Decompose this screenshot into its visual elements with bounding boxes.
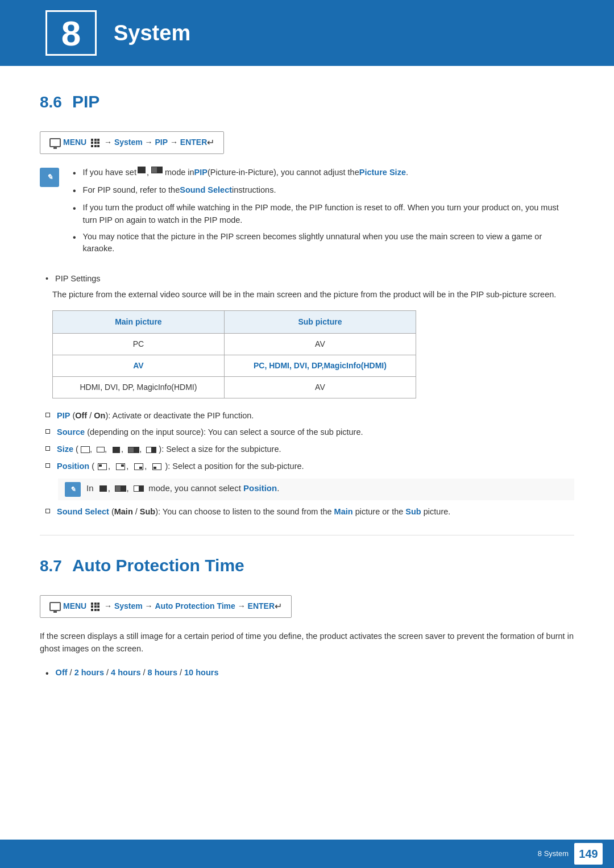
apt-options-list: Off / 2 hours / 4 hours / 8 hours / 10 h… xyxy=(40,667,574,680)
pip-settings-label: PIP Settings xyxy=(40,273,574,285)
position-icon-br xyxy=(134,463,143,470)
section-apt-heading: 8.7 Auto Protection Time xyxy=(40,553,574,578)
pip-feature-sound: Sound Select (Main / Sub): You can choos… xyxy=(40,506,574,518)
pip-note-3: If you turn the product off while watchi… xyxy=(67,202,574,227)
monitor-icon xyxy=(49,138,61,147)
table-header-sub: Sub picture xyxy=(224,310,416,333)
pip-note-box: ✎ If you have set , mode in PIP (Picture… xyxy=(40,167,574,267)
table-header-main: Main picture xyxy=(53,310,225,333)
page-footer: 8 System 149 xyxy=(0,840,614,868)
note-icon: ✎ xyxy=(40,168,59,187)
position-icon-bl xyxy=(152,463,161,470)
sound-select-list: Sound Select (Main / Sub): You can choos… xyxy=(40,506,574,518)
inner-note-icon: ✎ xyxy=(65,482,81,497)
table-cell: HDMI, DVI, DP, MagicInfo(HDMI) xyxy=(53,376,225,398)
table-row: HDMI, DVI, DP, MagicInfo(HDMI) AV xyxy=(53,376,416,398)
section-pip-number: 8.6 xyxy=(40,90,62,114)
table-cell: AV xyxy=(224,376,416,398)
page-number: 149 xyxy=(574,843,603,865)
pip-feature-pip: PIP (Off / On): Activate or deactivate t… xyxy=(40,410,574,422)
page-content: 8.6 PIP MENU → System → PIP → ENTER↵ ✎ I… xyxy=(0,66,614,734)
table-cell: PC, HDMI, DVI, DP,MagicInfo(HDMI) xyxy=(224,355,416,376)
chapter-number: 8 xyxy=(45,10,97,56)
apt-menu-path-text: MENU → System → Auto Protection Time → E… xyxy=(63,600,282,613)
pip-note-2: For PIP sound, refer to the Sound Select… xyxy=(67,184,574,198)
grid-icon xyxy=(91,139,99,147)
pip-features-list: PIP (Off / On): Activate or deactivate t… xyxy=(40,410,574,473)
pip-feature-source: Source (depending on the input source): … xyxy=(40,426,574,439)
position-note-text: In , , mode, you cannot select Position. xyxy=(86,482,279,495)
pip-note-4: You may notice that the picture in the P… xyxy=(67,231,574,256)
pip-description: The picture from the external video sour… xyxy=(52,289,574,301)
sq-bullet-icon xyxy=(45,429,50,434)
apt-description: If the screen displays a still image for… xyxy=(40,630,574,655)
pip-menu-path-text: MENU → System → PIP → ENTER↵ xyxy=(63,136,214,149)
sq-bullet-icon xyxy=(45,413,50,417)
apt-menu-path: MENU → System → Auto Protection Time → E… xyxy=(40,595,292,618)
section-apt-number: 8.7 xyxy=(40,554,62,578)
monitor-icon-apt xyxy=(49,602,61,611)
sq-bullet-icon xyxy=(45,463,50,468)
section-apt-title: Auto Protection Time xyxy=(72,553,244,578)
table-cell: AV xyxy=(53,355,225,376)
table-row: AV PC, HDMI, DVI, DP,MagicInfo(HDMI) xyxy=(53,355,416,376)
pip-menu-path: MENU → System → PIP → ENTER↵ xyxy=(40,131,224,154)
footer-chapter-label: 8 System xyxy=(538,848,569,859)
pip-feature-size: Size ( , , , , ): Select a size for the … xyxy=(40,443,574,456)
chapter-title: System xyxy=(114,17,190,49)
position-icon-tr xyxy=(116,463,125,470)
section-pip-heading: 8.6 PIP xyxy=(40,89,574,114)
apt-options: Off / 2 hours / 4 hours / 8 hours / 10 h… xyxy=(40,667,574,680)
pip-note-1: If you have set , mode in PIP (Picture-i… xyxy=(67,167,574,180)
table-cell: PC xyxy=(53,333,225,355)
position-icon-tl xyxy=(98,463,107,470)
page-header: 8 System xyxy=(0,0,614,66)
pip-table: Main picture Sub picture PC AV AV PC, HD… xyxy=(52,310,416,398)
section-pip-title: PIP xyxy=(72,89,99,114)
sq-bullet-icon xyxy=(45,509,50,513)
position-note: ✎ In , , mode, you cannot select Positio… xyxy=(58,479,574,500)
pip-notes-list: If you have set , mode in PIP (Picture-i… xyxy=(67,167,574,259)
section-divider xyxy=(40,535,574,535)
grid-icon-apt xyxy=(91,603,99,611)
table-cell: AV xyxy=(224,333,416,355)
table-row: PC AV xyxy=(53,333,416,355)
sq-bullet-icon xyxy=(45,446,50,451)
apt-options-text: Off / 2 hours / 4 hours / 8 hours / 10 h… xyxy=(56,667,219,679)
pip-feature-position: Position ( , , , ): Select a position fo… xyxy=(40,460,574,473)
